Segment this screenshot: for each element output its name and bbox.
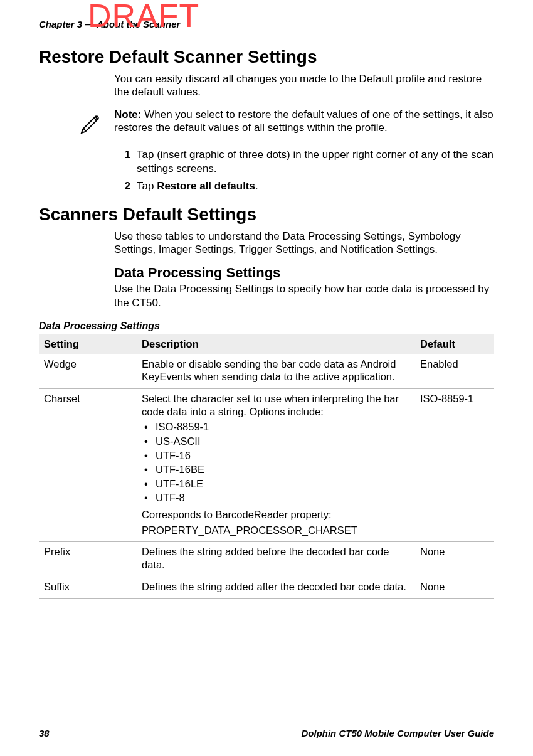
cell-setting: Charset bbox=[39, 389, 137, 542]
th-setting: Setting bbox=[39, 334, 137, 354]
cell-setting: Suffix bbox=[39, 577, 137, 599]
section-title-defaults: Scanners Default Settings bbox=[39, 205, 494, 225]
cell-description: Defines the string added after the decod… bbox=[137, 577, 415, 599]
cell-default: Enabled bbox=[415, 354, 494, 388]
step-item: 1 Tap (insert graphic of three dots) in … bbox=[114, 148, 494, 176]
section1-intro: You can easily discard all changes you m… bbox=[114, 72, 494, 99]
step-number: 1 bbox=[114, 148, 130, 176]
cell-default: None bbox=[415, 577, 494, 599]
step-number: 2 bbox=[114, 179, 130, 193]
pencil-note-icon bbox=[77, 108, 105, 138]
cell-setting: Wedge bbox=[39, 354, 137, 388]
table-caption: Data Processing Settings bbox=[39, 321, 494, 332]
section2-intro: Use these tables to understand the Data … bbox=[114, 230, 494, 257]
cell-default: None bbox=[415, 542, 494, 577]
table-row: Suffix Defines the string added after th… bbox=[39, 577, 494, 599]
table-row: Wedge Enable or disable sending the bar … bbox=[39, 354, 494, 388]
note-label: Note: bbox=[114, 109, 141, 120]
data-processing-table: Setting Description Default Wedge Enable… bbox=[39, 334, 494, 599]
note-body: When you select to restore the default v… bbox=[114, 109, 493, 134]
cell-setting: Prefix bbox=[39, 542, 137, 577]
note-block: Note: When you select to restore the def… bbox=[114, 108, 494, 138]
th-description: Description bbox=[137, 334, 415, 354]
steps-list: 1 Tap (insert graphic of three dots) in … bbox=[114, 148, 494, 193]
cell-description: Select the character set to use when int… bbox=[137, 389, 415, 542]
step-item: 2 Tap Restore all defaults. bbox=[114, 179, 494, 193]
chapter-running-head: Chapter 3 — About the Scanner bbox=[39, 19, 494, 29]
cell-default: ISO-8859-1 bbox=[415, 389, 494, 542]
list-item: ISO-8859-1 bbox=[144, 420, 410, 434]
list-item: UTF-16BE bbox=[144, 463, 410, 476]
cell-description: Defines the string added before the deco… bbox=[137, 542, 415, 577]
step-text: Tap Restore all defaults. bbox=[137, 179, 494, 193]
table-row: Prefix Defines the string added before t… bbox=[39, 542, 494, 577]
cell-description: Enable or disable sending the bar code d… bbox=[137, 354, 415, 388]
page-footer: 38 Dolphin CT50 Mobile Computer User Gui… bbox=[39, 728, 494, 738]
list-item: UTF-8 bbox=[144, 491, 410, 504]
list-item: UTF-16 bbox=[144, 449, 410, 462]
guide-title: Dolphin CT50 Mobile Computer User Guide bbox=[301, 728, 494, 738]
th-default: Default bbox=[415, 334, 494, 354]
section-title-restore: Restore Default Scanner Settings bbox=[39, 47, 494, 67]
options-list: ISO-8859-1 US-ASCII UTF-16 UTF-16BE UTF-… bbox=[144, 420, 410, 504]
table-row: Charset Select the character set to use … bbox=[39, 389, 494, 542]
page-number: 38 bbox=[39, 728, 50, 738]
step-text: Tap (insert graphic of three dots) in th… bbox=[137, 148, 494, 176]
list-item: UTF-16LE bbox=[144, 477, 410, 491]
subsection-intro: Use the Data Processing Settings to spec… bbox=[114, 282, 494, 309]
page: DRAFT Chapter 3 — About the Scanner Rest… bbox=[0, 0, 533, 756]
subsection-title-data-processing: Data Processing Settings bbox=[114, 265, 494, 281]
note-text: Note: When you select to restore the def… bbox=[114, 108, 494, 135]
list-item: US-ASCII bbox=[144, 435, 410, 448]
